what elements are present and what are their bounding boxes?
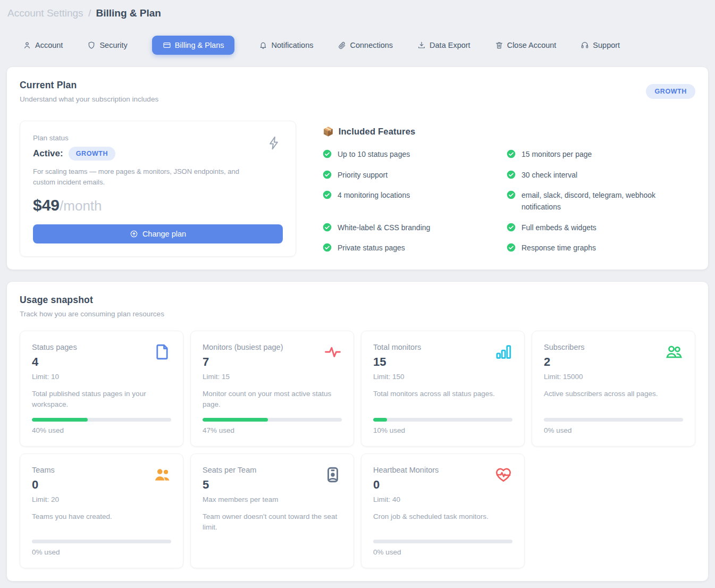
tab-label: Billing & Plans xyxy=(175,41,224,49)
tab-close-account[interactable]: Close Account xyxy=(495,41,557,49)
usage-card-heartbeat-monitors: Heartbeat Monitors0Limit: 40Cron job & s… xyxy=(361,453,525,568)
usage-card-title: Teams xyxy=(32,466,171,474)
activity-icon xyxy=(324,343,342,361)
usage-card-limit: Limit: 150 xyxy=(373,373,512,381)
usage-card-limit: Max members per team xyxy=(203,495,342,503)
usage-card-total-monitors: Total monitors15Limit: 150Total monitors… xyxy=(361,331,525,447)
plan-price: $49/month xyxy=(33,196,283,214)
feature-item: Priority support xyxy=(323,170,507,181)
usage-card-limit: Limit: 10 xyxy=(32,373,171,381)
people-filled-icon xyxy=(153,466,171,484)
billing-page: Account Settings / Billing & Plan Accoun… xyxy=(0,0,715,588)
included-features: 📦 Included Features Up to 10 status page… xyxy=(323,121,695,257)
feature-item: Full embeds & widgets xyxy=(507,222,695,234)
bell-icon xyxy=(259,41,267,49)
usage-card-value: 5 xyxy=(203,478,342,492)
current-plan-title: Current Plan xyxy=(20,80,158,91)
progress-track xyxy=(373,418,512,422)
breadcrumb: Account Settings / Billing & Plan xyxy=(7,6,708,19)
tab-label: Notifications xyxy=(271,41,313,49)
check-circle-icon xyxy=(323,149,332,158)
tab-data-export[interactable]: Data Export xyxy=(417,41,470,49)
usage-title: Usage snapshot xyxy=(20,295,164,306)
people-outline-icon xyxy=(665,343,683,361)
credit-card-icon xyxy=(163,41,171,49)
usage-card-description: Teams you have created. xyxy=(32,511,171,522)
usage-card-value: 0 xyxy=(32,478,171,492)
usage-progress: 0% used xyxy=(373,531,512,556)
plan-status-value: Active: xyxy=(33,148,63,159)
usage-subtitle: Track how you are consuming plan resourc… xyxy=(20,310,164,318)
feature-item: 15 monitors per page xyxy=(507,149,695,161)
feature-label: White-label & CSS branding xyxy=(338,222,430,234)
check-circle-icon xyxy=(323,170,332,179)
usage-card-description: Monitor count on your most active status… xyxy=(203,389,342,409)
tab-notifications[interactable]: Notifications xyxy=(259,41,313,49)
current-plan-subtitle: Understand what your subscription includ… xyxy=(20,95,158,103)
usage-percent-label: 47% used xyxy=(203,426,342,434)
usage-progress: 0% used xyxy=(544,409,683,434)
check-circle-icon xyxy=(507,243,516,252)
tab-label: Security xyxy=(99,41,127,49)
usage-card-limit: Limit: 15000 xyxy=(544,373,683,381)
usage-percent-label: 0% used xyxy=(32,548,171,556)
tab-security[interactable]: Security xyxy=(87,41,127,49)
usage-card-description: Cron job & scheduled task monitors. xyxy=(373,511,512,522)
package-icon: 📦 xyxy=(323,127,334,137)
usage-card-value: 7 xyxy=(203,355,342,369)
usage-card-monitors-busiest-page: Monitors (busiest page)7Limit: 15Monitor… xyxy=(190,331,354,447)
plan-badge: GROWTH xyxy=(646,84,695,99)
feature-item: email, slack, discord, telegram, webhook… xyxy=(507,190,695,213)
plan-status-badge: GROWTH xyxy=(69,147,116,161)
usage-card-seats-per-team: Seats per Team5Max members per teamTeam … xyxy=(190,453,354,568)
feature-label: email, slack, discord, telegram, webhook… xyxy=(521,190,681,213)
feature-label: Up to 10 status pages xyxy=(338,149,410,161)
usage-progress: 0% used xyxy=(32,531,171,556)
usage-percent-label: 40% used xyxy=(32,426,171,434)
current-plan-section: Current Plan Understand what your subscr… xyxy=(7,67,708,270)
plan-status-card: Plan status Active: GROWTH For scaling t… xyxy=(20,121,296,257)
tab-label: Data Export xyxy=(430,41,470,49)
feature-label: Response time graphs xyxy=(521,242,596,254)
progress-fill xyxy=(203,418,268,422)
usage-card-subscribers: Subscribers2Limit: 15000Active subscribe… xyxy=(532,331,695,447)
usage-card-value: 4 xyxy=(32,355,171,369)
heart-pulse-icon xyxy=(494,466,512,484)
feature-item: Private status pages xyxy=(323,242,507,254)
progress-track xyxy=(32,540,171,543)
feature-label: 15 monitors per page xyxy=(521,149,592,161)
progress-track xyxy=(544,418,683,422)
feature-label: Private status pages xyxy=(338,242,405,254)
breadcrumb-root[interactable]: Account Settings xyxy=(7,7,83,19)
usage-card-description: Total published status pages in your wor… xyxy=(32,389,171,409)
change-plan-button[interactable]: Change plan xyxy=(33,224,283,243)
tab-label: Close Account xyxy=(507,41,557,49)
headset-icon xyxy=(581,41,589,49)
feature-item: White-label & CSS branding xyxy=(323,222,507,234)
trash-icon xyxy=(495,41,503,49)
feature-item: 4 monitoring locations xyxy=(323,190,507,213)
usage-card-description: Total monitors across all status pages. xyxy=(373,389,512,399)
usage-percent-label: 10% used xyxy=(373,426,512,434)
download-icon xyxy=(417,41,426,49)
usage-card-description: Team owner doesn't count toward the seat… xyxy=(203,511,342,532)
usage-card-limit: Limit: 20 xyxy=(32,495,171,503)
plan-price-amount: $49 xyxy=(33,196,60,214)
usage-card-limit: Limit: 40 xyxy=(373,495,512,503)
feature-label: Full embeds & widgets xyxy=(521,222,596,234)
usage-card-teams: Teams0Limit: 20Teams you have created.0%… xyxy=(20,453,183,568)
tab-label: Connections xyxy=(350,41,393,49)
tab-account[interactable]: Account xyxy=(23,41,63,49)
plan-status-label: Plan status xyxy=(33,134,283,142)
tab-billing-plans[interactable]: Billing & Plans xyxy=(152,36,235,55)
tab-support[interactable]: Support xyxy=(581,41,620,49)
feature-label: Priority support xyxy=(338,170,388,181)
usage-progress: 10% used xyxy=(373,409,512,434)
usage-percent-label: 0% used xyxy=(373,548,512,556)
shield-icon xyxy=(87,41,96,49)
usage-section: Usage snapshot Track how you are consumi… xyxy=(7,282,708,581)
tab-connections[interactable]: Connections xyxy=(338,41,393,49)
usage-progress: 40% used xyxy=(32,409,171,434)
check-circle-icon xyxy=(323,190,332,199)
usage-card-title: Subscribers xyxy=(544,343,683,351)
